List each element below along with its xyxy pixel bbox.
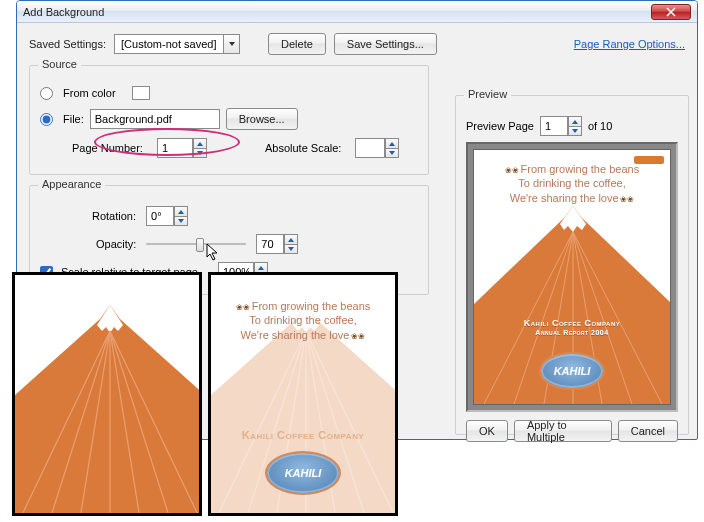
file-label: File: [63, 113, 84, 125]
opacity-slider[interactable] [146, 235, 246, 253]
rotation-input[interactable] [146, 206, 174, 226]
spin-up-icon[interactable] [193, 138, 207, 148]
hero-text: ❀❀ From growing the beans To drinking th… [211, 299, 395, 342]
file-radio[interactable] [40, 113, 53, 126]
close-button[interactable] [651, 4, 691, 20]
spin-down-icon[interactable] [568, 126, 582, 136]
spin-down-icon[interactable] [284, 244, 298, 254]
apply-multiple-button[interactable]: Apply to Multiple [514, 420, 612, 442]
kahili-logo: KAHILI [539, 352, 605, 390]
preview-title: Preview [464, 88, 511, 100]
window-title: Add Background [23, 6, 651, 18]
mountain-art [15, 275, 202, 516]
delete-button[interactable]: Delete [268, 33, 326, 55]
example-thumb-right: ❀❀ From growing the beans To drinking th… [208, 272, 398, 516]
doc-title: Kahili Coffee Company Annual Report 2004 [474, 318, 670, 336]
slider-thumb[interactable] [196, 238, 204, 252]
color-swatch[interactable] [132, 86, 150, 100]
source-title: Source [38, 58, 81, 70]
page-number-label: Page Number: [72, 142, 143, 154]
ok-button[interactable]: OK [466, 420, 508, 442]
rotation-label: Rotation: [92, 210, 136, 222]
saved-settings-value: [Custom-not saved] [115, 38, 223, 50]
doc-title: Kahili Coffee Company [211, 429, 395, 441]
cursor-icon [206, 243, 222, 263]
opacity-label: Opacity: [96, 238, 136, 250]
opacity-input[interactable] [256, 234, 284, 254]
page-number-input[interactable] [157, 138, 193, 158]
spin-down-icon[interactable] [385, 148, 399, 158]
saved-settings-label: Saved Settings: [29, 38, 106, 50]
spin-up-icon[interactable] [174, 206, 188, 216]
browse-button[interactable]: Browse... [226, 108, 298, 130]
spin-down-icon[interactable] [193, 148, 207, 158]
spin-up-icon[interactable] [254, 262, 268, 272]
titlebar[interactable]: Add Background [17, 1, 697, 23]
page-number-spinner[interactable] [157, 138, 207, 158]
save-settings-button[interactable]: Save Settings... [334, 33, 437, 55]
saved-settings-combo[interactable]: [Custom-not saved] [114, 34, 240, 54]
file-input[interactable] [90, 109, 220, 129]
preview-page-spinner[interactable] [540, 116, 582, 136]
rotation-spinner[interactable] [146, 206, 188, 226]
spin-up-icon[interactable] [284, 234, 298, 244]
chevron-down-icon [223, 35, 239, 53]
opacity-spinner[interactable] [256, 234, 298, 254]
spin-down-icon[interactable] [174, 216, 188, 226]
preview-of-label: of 10 [588, 120, 612, 132]
preview-frame: ❀❀ From growing the beans To drinking th… [466, 142, 678, 412]
example-thumb-left [12, 272, 202, 516]
preview-group: Preview Preview Page of 10 ❀❀ From growi… [455, 95, 689, 435]
preview-page-label: Preview Page [466, 120, 534, 132]
appearance-title: Appearance [38, 178, 105, 190]
absolute-scale-label: Absolute Scale: [265, 142, 341, 154]
page-range-options-link[interactable]: Page Range Options... [574, 38, 685, 50]
spin-up-icon[interactable] [385, 138, 399, 148]
preview-page: ❀❀ From growing the beans To drinking th… [473, 149, 671, 405]
spin-up-icon[interactable] [568, 116, 582, 126]
absolute-scale-spinner[interactable] [355, 138, 399, 158]
preview-page-input[interactable] [540, 116, 568, 136]
from-color-label: From color [63, 87, 116, 99]
source-group: Source From color File: Browse... Page N… [29, 65, 429, 175]
from-color-radio[interactable] [40, 87, 53, 100]
kahili-logo: KAHILI [265, 451, 341, 495]
close-icon [666, 7, 676, 17]
absolute-scale-input[interactable] [355, 138, 385, 158]
cancel-button[interactable]: Cancel [618, 420, 678, 442]
